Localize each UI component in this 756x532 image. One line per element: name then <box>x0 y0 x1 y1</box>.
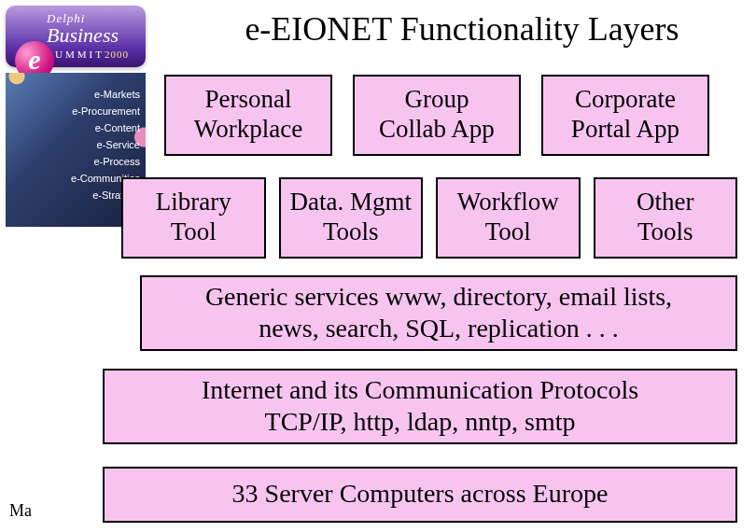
box-line: Group <box>405 85 469 113</box>
topic-item: e-Procurement <box>71 103 140 119</box>
box-corporate-portal: Corporate Portal App <box>541 75 709 156</box>
slide-title: e-EIONET Functionality Layers <box>177 9 747 49</box>
layer-row-protocols: Internet and its Communication Protocols… <box>103 369 737 444</box>
box-line: Tools <box>637 217 693 245</box>
topic-item: e-Service <box>71 136 140 153</box>
box-data-mgmt-tools: Data. Mgmt Tools <box>279 177 424 259</box>
layer-row-tools: Library Tool Data. Mgmt Tools Workflow T… <box>121 177 737 259</box>
box-group-collab: Group Collab App <box>353 75 521 156</box>
box-line: Workflow <box>457 188 559 216</box>
layer-row-servers: 33 Server Computers across Europe <box>103 467 737 523</box>
box-line: TCP/IP, http, ldap, nntp, smtp <box>265 407 576 436</box>
box-line: Tool <box>485 217 531 245</box>
box-line: Portal App <box>571 115 679 143</box>
box-line: 33 Server Computers across Europe <box>232 479 609 508</box>
box-line: Generic services www, directory, email l… <box>205 282 672 311</box>
box-generic-services: Generic services www, directory, email l… <box>140 275 737 351</box>
box-line: Other <box>637 188 693 216</box>
box-internet-protocols: Internet and its Communication Protocols… <box>103 369 737 444</box>
box-line: Library <box>156 188 231 216</box>
slide: e-EIONET Functionality Layers Delphi Bus… <box>0 0 756 532</box>
box-server-computers: 33 Server Computers across Europe <box>103 467 737 523</box>
box-line: Corporate <box>575 85 676 113</box>
logo-year: 2000 <box>105 49 129 60</box>
logo-block: Delphi Business SUMMIT2000 e <box>6 6 146 67</box>
box-line: news, search, SQL, replication . . . <box>259 314 619 343</box>
box-line: Tool <box>171 217 217 245</box>
layer-row-apps: Personal Workplace Group Collab App Corp… <box>164 75 709 156</box>
topic-item: e-Process <box>71 153 140 170</box>
box-library-tool: Library Tool <box>121 177 266 259</box>
topic-item: e-Content <box>71 119 140 136</box>
footer-fragment: Ma <box>9 501 32 521</box>
box-line: Workplace <box>194 115 302 143</box>
logo-text: Delphi Business SUMMIT2000 <box>47 11 129 62</box>
box-line: Personal <box>205 85 292 113</box>
box-personal-workplace: Personal Workplace <box>164 75 332 156</box>
box-workflow-tool: Workflow Tool <box>436 177 581 259</box>
logo-summit: SUMMIT <box>47 49 105 60</box>
box-line: Collab App <box>379 115 495 143</box>
topic-item: e-Markets <box>71 86 140 103</box>
logo-business: Business <box>47 26 129 45</box>
box-line: Data. Mgmt <box>290 188 412 216</box>
box-other-tools: Other Tools <box>594 177 738 259</box>
box-line: Tools <box>323 217 379 245</box>
box-line: Internet and its Communication Protocols <box>202 375 638 404</box>
layer-row-services: Generic services www, directory, email l… <box>140 275 737 351</box>
